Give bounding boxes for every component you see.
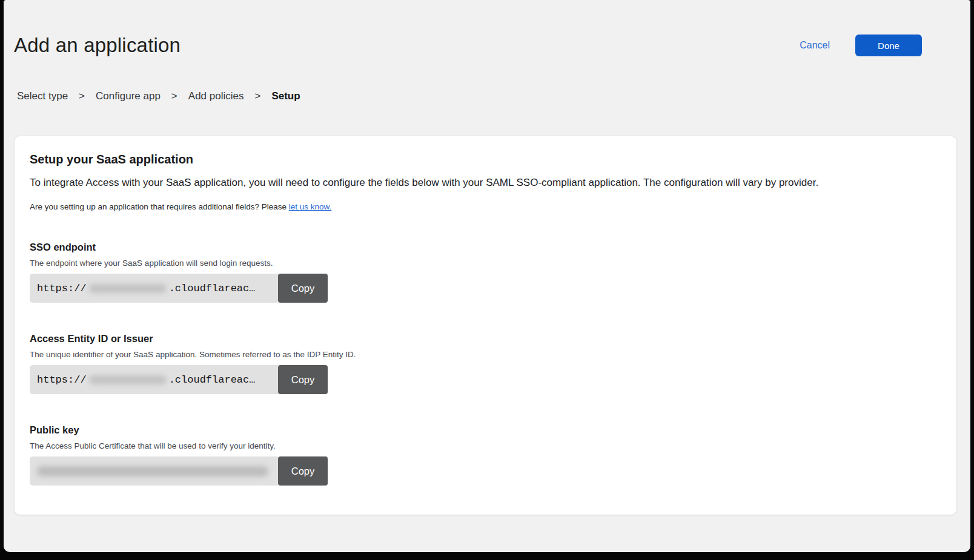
breadcrumb-separator: >: [79, 90, 85, 102]
page-title: Add an application: [14, 34, 181, 57]
breadcrumb-separator: >: [254, 90, 260, 102]
public-key-copy-button[interactable]: Copy: [278, 456, 328, 486]
sso-endpoint-label: SSO endpoint: [30, 242, 938, 253]
field-sso-endpoint: SSO endpoint The endpoint where your Saa…: [30, 242, 938, 303]
access-entity-id-copy-button[interactable]: Copy: [278, 365, 328, 394]
access-entity-id-value[interactable]: https:// .cloudflareac…: [30, 365, 278, 394]
field-access-entity-id: Access Entity ID or Issuer The unique id…: [30, 333, 938, 394]
card-note: Are you setting up an application that r…: [30, 202, 938, 211]
breadcrumb-step-setup: Setup: [271, 90, 300, 102]
card-description: To integrate Access with your SaaS appli…: [30, 176, 938, 190]
app-window: Add an application Cancel Done Select ty…: [4, 0, 970, 552]
let-us-know-link[interactable]: let us know.: [289, 202, 332, 211]
redacted-team-name: [89, 284, 167, 293]
access-entity-id-label: Access Entity ID or Issuer: [30, 333, 938, 344]
field-public-key: Public key The Access Public Certificate…: [30, 424, 938, 486]
breadcrumb-step-configure-app[interactable]: Configure app: [96, 90, 161, 102]
breadcrumb-separator: >: [171, 90, 177, 102]
cancel-button[interactable]: Cancel: [800, 40, 830, 51]
page-header: Add an application Cancel Done: [14, 34, 922, 57]
header-actions: Cancel Done: [800, 35, 922, 56]
breadcrumb: Select type > Configure app > Add polici…: [17, 90, 970, 102]
card-note-text: Are you setting up an application that r…: [30, 202, 287, 211]
redacted-certificate: [37, 466, 268, 476]
public-key-value[interactable]: [30, 456, 278, 486]
redacted-team-name: [89, 375, 167, 384]
sso-endpoint-copy-button[interactable]: Copy: [278, 274, 328, 303]
setup-card: Setup your SaaS application To integrate…: [14, 136, 957, 515]
access-entity-id-description: The unique identifier of your SaaS appli…: [30, 350, 938, 359]
public-key-value-row: Copy: [30, 456, 328, 486]
sso-endpoint-description: The endpoint where your SaaS application…: [30, 259, 938, 268]
access-entity-id-url-suffix: .cloudflareac…: [169, 374, 256, 386]
breadcrumb-step-add-policies[interactable]: Add policies: [188, 90, 244, 102]
sso-endpoint-value-row: https:// .cloudflareac… Copy: [30, 274, 328, 303]
access-entity-id-url-prefix: https://: [37, 374, 87, 386]
sso-endpoint-url-prefix: https://: [37, 283, 87, 294]
public-key-description: The Access Public Certificate that will …: [30, 441, 938, 450]
public-key-label: Public key: [30, 424, 938, 436]
breadcrumb-step-select-type[interactable]: Select type: [17, 90, 68, 102]
sso-endpoint-value[interactable]: https:// .cloudflareac…: [30, 274, 278, 303]
access-entity-id-value-row: https:// .cloudflareac… Copy: [30, 365, 328, 394]
sso-endpoint-url-suffix: .cloudflareac…: [169, 283, 256, 294]
card-heading: Setup your SaaS application: [30, 153, 938, 166]
done-button[interactable]: Done: [855, 35, 922, 56]
